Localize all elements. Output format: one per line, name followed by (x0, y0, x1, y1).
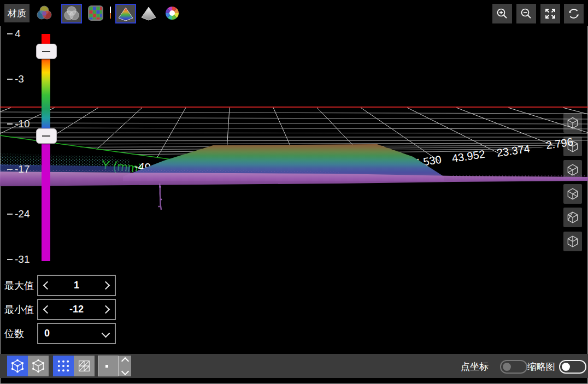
fit-view-button[interactable] (540, 4, 560, 23)
chevron-down-icon[interactable] (121, 367, 128, 375)
cube-orthographic-icon (31, 358, 46, 374)
color-gradient-bar[interactable] (42, 34, 50, 261)
dots-grid-icon (56, 358, 71, 374)
view-cube-button-4[interactable] (563, 184, 582, 204)
expand-icon (544, 7, 557, 20)
scale-tick (7, 169, 13, 170)
digits-label: 位数 (4, 327, 24, 340)
min-value-stepper[interactable]: -12 (37, 299, 116, 320)
handle-minus-icon (42, 135, 50, 137)
min-value-label: 最小值 (4, 303, 34, 316)
toggle-knob (503, 363, 511, 371)
digits-value: 0 (44, 328, 50, 339)
scale-tick (7, 214, 13, 215)
thumbnail-label: 缩略图 (527, 361, 555, 373)
scale-tick (7, 33, 13, 34)
zoom-in-icon (496, 7, 509, 20)
gradient-upper-handle[interactable] (36, 44, 57, 59)
scale-tick-label: -17 (15, 163, 30, 175)
gradient-lower-handle[interactable] (36, 128, 57, 144)
point-cloud-viewer-window: Y (mm) -49.44 37 24.530 43.952 23.374 2.… (0, 0, 588, 384)
view-cube-button-6[interactable] (563, 232, 582, 251)
refresh-button[interactable] (564, 4, 584, 23)
height-pyramid-rainbow-icon[interactable] (115, 4, 136, 23)
view-cube-button-5[interactable] (563, 208, 582, 227)
view-cube-button-3[interactable] (563, 160, 582, 180)
cube-icon (566, 187, 580, 201)
scale-tick-label: -24 (15, 208, 30, 220)
mesh-grid-icon (77, 358, 92, 374)
increment-icon[interactable] (102, 281, 110, 290)
increment-icon[interactable] (102, 305, 110, 314)
toolbar-separator (110, 7, 111, 19)
point-size-preview[interactable] (98, 356, 119, 376)
zoom-out-icon (520, 7, 533, 20)
point-coord-label: 点坐标 (461, 361, 489, 373)
material-button[interactable]: 材质 (4, 4, 30, 22)
handle-minus-icon (42, 51, 50, 52)
chevron-down-icon (102, 329, 110, 338)
min-value: -12 (69, 304, 84, 315)
max-value-label: 最大值 (4, 279, 34, 292)
point-coord-toggle[interactable] (500, 360, 527, 374)
point-size-stepper[interactable] (119, 356, 131, 376)
decrement-icon[interactable] (43, 281, 52, 290)
chevron-up-icon[interactable] (121, 357, 128, 364)
view-cube-button-2[interactable] (563, 137, 582, 156)
rgb-venn-color-icon[interactable] (35, 4, 54, 22)
bottom-toolbar: 点坐标 缩略图 (0, 354, 588, 378)
point-size-dot (105, 365, 108, 368)
max-value: 1 (74, 280, 79, 291)
scale-tick (7, 259, 13, 260)
view-cube-button-1[interactable] (563, 113, 582, 133)
scale-tick-label: -10 (15, 118, 30, 130)
top-toolbar: 材质 (0, 0, 588, 26)
max-value-stepper[interactable]: 1 (37, 275, 116, 296)
scale-tick-label: -3 (15, 73, 24, 85)
cube-icon (566, 116, 580, 130)
digits-dropdown[interactable]: 0 (37, 323, 116, 344)
refresh-icon (567, 7, 580, 20)
decrement-icon[interactable] (43, 305, 52, 314)
thumbnail-toggle[interactable] (559, 360, 586, 374)
cube-icon (566, 210, 580, 225)
cube-icon (566, 139, 580, 153)
scale-tick (7, 123, 13, 125)
bayer-mosaic-icon[interactable] (86, 4, 105, 22)
scale-tick-label: 4 (15, 28, 21, 40)
point-display-button[interactable] (53, 356, 74, 376)
toggle-knob (562, 363, 570, 371)
scale-tick (7, 79, 13, 80)
cube-perspective-icon (10, 358, 25, 374)
height-pyramid-gray-icon[interactable] (139, 4, 158, 22)
cube-icon (566, 163, 580, 177)
zoom-out-button[interactable] (516, 4, 536, 23)
mesh-display-button[interactable] (74, 356, 95, 376)
scale-tick-label: -31 (15, 253, 30, 265)
perspective-view-button[interactable] (7, 356, 28, 376)
zoom-in-button[interactable] (492, 4, 512, 23)
color-wheel-icon[interactable] (163, 4, 181, 22)
cube-icon (566, 234, 580, 249)
rgb-venn-mono-icon[interactable] (61, 4, 82, 23)
orthographic-view-button[interactable] (28, 356, 49, 376)
